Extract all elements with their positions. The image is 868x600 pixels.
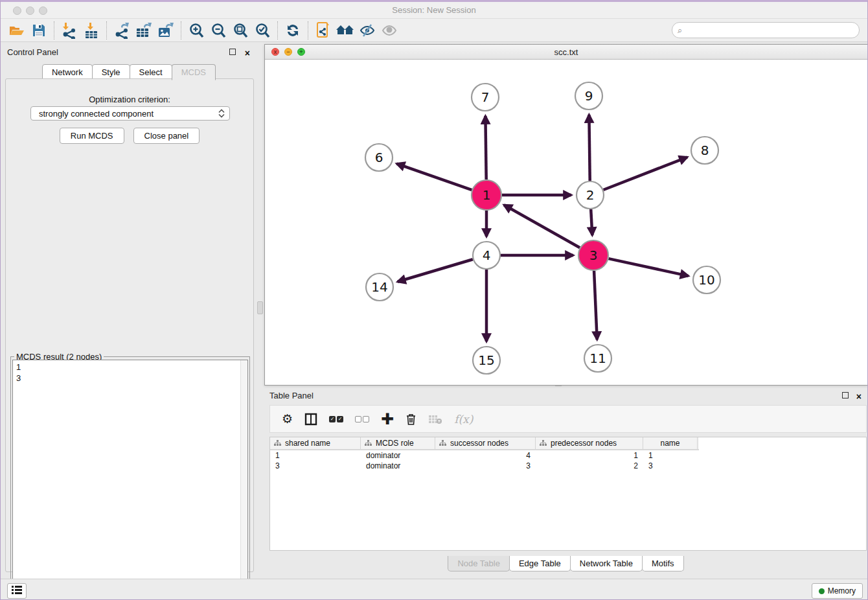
run-mcds-button[interactable]: Run MCDS (60, 128, 124, 144)
edge-4-14[interactable] (398, 259, 473, 281)
table-cell[interactable]: 1 (270, 451, 361, 460)
tab-mcds[interactable]: MCDS (172, 64, 216, 80)
select-all-columns-icon[interactable]: ✓✓ (329, 411, 343, 427)
edge-1-6[interactable] (396, 164, 472, 190)
app-titlebar: Session: New Session (1, 2, 867, 19)
close-table-panel-icon[interactable]: × (856, 391, 862, 402)
zoom-in-button[interactable] (185, 20, 207, 41)
table-row[interactable]: 3dominator323 (270, 461, 866, 471)
table-settings-icon[interactable]: ⚙ (282, 411, 293, 427)
tab-motifs[interactable]: Motifs (642, 556, 684, 571)
table-cell[interactable]: dominator (361, 451, 435, 460)
criterion-select[interactable]: strongly connected component (30, 106, 230, 121)
table-cell[interactable]: 2 (536, 461, 643, 470)
edge-2-8[interactable] (603, 157, 687, 190)
table-cell[interactable]: 3 (643, 461, 698, 470)
zoom-out-button[interactable] (207, 20, 229, 41)
node-label-15: 15 (478, 352, 494, 368)
table-cell[interactable]: 3 (435, 461, 536, 470)
import-table-button[interactable] (80, 20, 102, 41)
table-panel-title: Table Panel (269, 391, 314, 400)
float-panel-icon[interactable] (229, 48, 236, 57)
tab-network-table[interactable]: Network Table (570, 556, 643, 571)
import-table-icon (83, 22, 100, 39)
table-row[interactable]: 1dominator411 (270, 450, 866, 461)
open-session-button[interactable] (6, 20, 28, 41)
table-cell[interactable]: dominator (361, 461, 435, 470)
node-label-7: 7 (481, 89, 490, 105)
select-stepper-icon (217, 108, 226, 119)
close-panel-icon[interactable]: × (245, 48, 250, 58)
search-input[interactable] (685, 26, 859, 35)
column-header-predecessor-nodes[interactable]: predecessor nodes (536, 437, 643, 449)
network-graph-canvas[interactable]: 1234678910111415 (265, 60, 867, 385)
edge-2-3[interactable] (591, 209, 592, 235)
memory-status-icon (819, 588, 825, 594)
hide-selected-button[interactable] (356, 20, 378, 41)
edge-3-1[interactable] (504, 205, 580, 248)
node-label-1: 1 (483, 187, 491, 203)
clone-network-icon (315, 21, 332, 40)
import-network-icon (61, 22, 78, 39)
network-window-titlebar: x − + scc.txt (265, 45, 867, 60)
table-cell[interactable]: 4 (435, 451, 536, 460)
node-table[interactable]: shared nameMCDS rolesuccessor nodesprede… (269, 437, 867, 551)
table-panel-tabs: Node TableEdge TableNetwork TableMotifs (264, 556, 868, 571)
refresh-button[interactable] (282, 20, 304, 41)
export-network-button[interactable] (111, 20, 133, 41)
node-label-2: 2 (586, 187, 595, 203)
tab-edge-table[interactable]: Edge Table (509, 556, 571, 571)
column-header-shared-name[interactable]: shared name (270, 437, 361, 449)
export-image-button[interactable] (155, 20, 177, 41)
clone-network-button[interactable] (312, 20, 334, 41)
fit-content-icon (232, 22, 249, 39)
node-label-6: 6 (375, 150, 383, 165)
tab-node-table[interactable]: Node Table (448, 556, 510, 571)
zoom-in-icon (188, 22, 205, 39)
column-chooser-icon[interactable] (304, 411, 317, 427)
deselect-all-columns-icon[interactable] (355, 411, 369, 427)
float-table-panel-icon[interactable] (842, 391, 849, 400)
edge-2-9[interactable] (589, 115, 589, 181)
delete-row-icon[interactable] (405, 411, 417, 427)
vertical-splitter-handle[interactable] (257, 301, 263, 314)
table-cell[interactable]: 1 (536, 451, 643, 460)
column-header-successor-nodes[interactable]: successor nodes (435, 437, 536, 449)
search-icon: ⌕ (678, 25, 682, 36)
result-scrollbar[interactable] (240, 360, 247, 599)
control-panel-header: Control Panel × (2, 44, 257, 61)
mcds-result-text[interactable]: 13 (12, 360, 248, 599)
table-cell[interactable]: 1 (643, 451, 698, 460)
task-history-button[interactable] (7, 583, 27, 599)
toolbar-separator (277, 21, 278, 40)
mcds-result-group: MCDS result (2 nodes) 13 (10, 356, 250, 600)
eye-slash-icon (358, 23, 376, 38)
edge-3-11[interactable] (594, 271, 597, 340)
node-label-8: 8 (701, 143, 709, 158)
export-network-icon (113, 22, 130, 39)
close-panel-button[interactable]: Close panel (133, 128, 200, 144)
edge-1-7[interactable] (485, 116, 486, 179)
table-cell[interactable]: 3 (270, 461, 361, 470)
import-network-button[interactable] (58, 20, 80, 41)
toolbar-separator (181, 21, 181, 40)
mcds-tab-panel: Optimization criterion: strongly connect… (5, 78, 254, 572)
fit-content-button[interactable] (229, 20, 251, 41)
home-button[interactable] (334, 20, 356, 41)
edge-3-10[interactable] (608, 259, 688, 276)
memory-button[interactable]: Memory (812, 583, 863, 599)
table-panel-header: Table Panel × (264, 387, 868, 404)
save-session-button[interactable] (28, 20, 50, 41)
home-icon (336, 23, 355, 38)
table-panel: Table Panel × ⚙ ✓✓ ✚ f(x) shared nameMCD… (264, 387, 868, 578)
export-image-icon (157, 22, 175, 39)
node-table-body: 1dominator4113dominator323 (270, 450, 866, 471)
search-box[interactable]: ⌕ (672, 22, 860, 38)
zoom-selected-button[interactable] (251, 20, 273, 41)
column-header-MCDS-role[interactable]: MCDS role (361, 437, 435, 449)
show-all-button[interactable] (378, 20, 400, 41)
node-label-14: 14 (371, 279, 387, 295)
export-table-button[interactable] (133, 20, 155, 41)
add-row-icon[interactable]: ✚ (381, 411, 394, 427)
column-header-name[interactable]: name (643, 437, 698, 449)
